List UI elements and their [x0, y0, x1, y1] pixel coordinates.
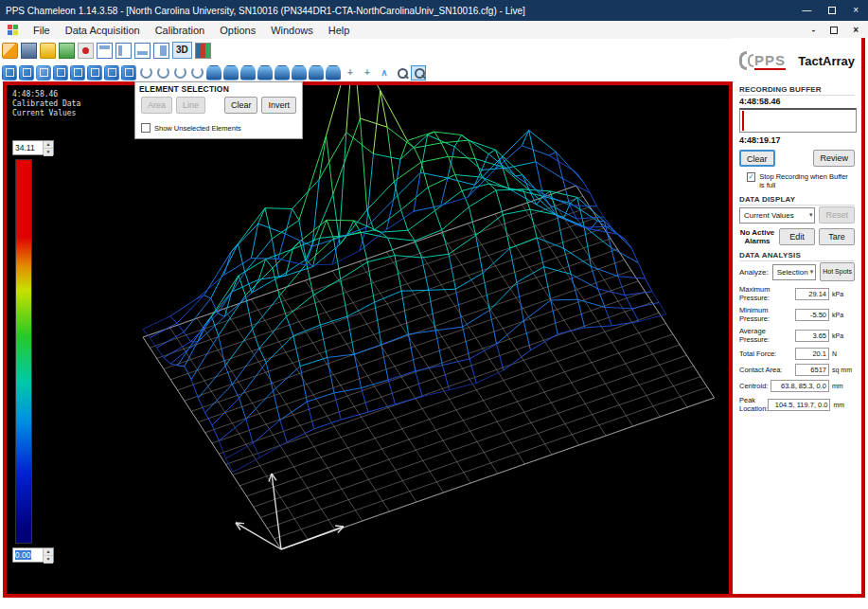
- grid-display-icon[interactable]: [104, 65, 119, 81]
- menu-item-options[interactable]: Options: [212, 23, 263, 38]
- menu-item-data-acquisition[interactable]: Data Acquisition: [58, 23, 148, 38]
- save-icon[interactable]: [21, 43, 37, 59]
- pps-logo: PPS: [739, 51, 786, 70]
- scale-min-spinner[interactable]: 0.00 ▲▼: [12, 547, 54, 563]
- zoom-z-icon[interactable]: [240, 65, 256, 81]
- window-layout-icon[interactable]: [97, 43, 113, 59]
- reset-view-icon[interactable]: [275, 65, 290, 81]
- zoom-in-icon[interactable]: [394, 65, 409, 81]
- 3d-display-icon[interactable]: [70, 65, 85, 81]
- copy-view-icon[interactable]: [2, 65, 17, 81]
- invert-selection-button[interactable]: Invert: [261, 97, 296, 114]
- maximize-button[interactable]: [828, 7, 836, 14]
- move-tool-icon[interactable]: +: [343, 65, 358, 81]
- color-map-icon[interactable]: [87, 65, 102, 81]
- stop-recording-checkbox[interactable]: ✓: [747, 172, 755, 182]
- menu-item-calibration[interactable]: Calibration: [148, 23, 213, 38]
- child-window-controls: - ×: [812, 25, 859, 35]
- child-minimize-button[interactable]: -: [812, 25, 815, 35]
- cascade-windows-icon[interactable]: [153, 43, 169, 59]
- stat-unit: kPa: [832, 332, 855, 339]
- analysis-row: Peak Location:104.5, 119.7, 0.0mm: [739, 396, 855, 413]
- display-mode-select[interactable]: Current Values ▾: [739, 207, 815, 224]
- crosshair-tool-icon[interactable]: +: [360, 65, 375, 81]
- stat-value: 104.5, 119.7, 0.0: [768, 399, 830, 411]
- reset-button[interactable]: Reset: [819, 206, 855, 224]
- minimize-button[interactable]: —: [802, 6, 811, 15]
- orthographic-view-icon[interactable]: [309, 65, 324, 81]
- stat-label: Contact Area:: [739, 366, 795, 374]
- peak-marker-icon[interactable]: ∧: [377, 65, 392, 81]
- line-select-button[interactable]: Line: [176, 97, 205, 114]
- scale-max-spinner[interactable]: 34.11 ▲▼: [12, 140, 54, 155]
- buffer-progress-box: [739, 108, 857, 133]
- tile-vertical-icon[interactable]: [115, 43, 132, 59]
- menu-item-help[interactable]: Help: [321, 23, 358, 38]
- edit-alarms-button[interactable]: Edit: [779, 228, 815, 245]
- perspective-view-icon[interactable]: [292, 65, 307, 81]
- recording-buffer-title: RECORDING BUFFER: [739, 85, 855, 94]
- area-select-button[interactable]: Area: [141, 97, 172, 114]
- close-button[interactable]: ×: [853, 6, 859, 15]
- clear-selection-button[interactable]: Clear: [224, 97, 258, 114]
- zoom-select-icon[interactable]: [411, 65, 426, 81]
- open-file-icon[interactable]: [40, 43, 56, 59]
- lighting-icon[interactable]: [326, 65, 341, 81]
- rotate-right-icon[interactable]: [155, 65, 170, 81]
- rotate-left-icon[interactable]: [138, 65, 153, 81]
- color-scale-bar: [15, 159, 32, 544]
- stat-value: 20.1: [795, 348, 829, 360]
- hot-spots-button[interactable]: Hot Spots: [820, 262, 855, 281]
- menu-items: FileData AcquisitionCalibrationOptionsWi…: [26, 23, 357, 38]
- zoom-x-icon[interactable]: [206, 65, 221, 81]
- chevron-down-icon: ▾: [809, 211, 813, 219]
- logo-arc-icon: [748, 54, 753, 67]
- view-info-text: 4:48:58.46 Calibrated Data Current Value…: [12, 90, 80, 118]
- data-display-title: DATA DISPLAY: [739, 195, 855, 204]
- stat-unit: kPa: [832, 312, 855, 318]
- stat-label: Maximum Pressure:: [739, 285, 795, 302]
- view-data-type: Calibrated Data: [12, 99, 80, 109]
- stat-value: 3.65: [795, 330, 829, 342]
- analysis-row: Maximum Pressure:29.14kPa: [739, 285, 855, 302]
- stat-unit: kPa: [832, 291, 855, 297]
- new-acquisition-icon[interactable]: [2, 43, 18, 59]
- pan-view-icon[interactable]: [257, 65, 273, 81]
- analyze-label: Analyze:: [739, 268, 769, 277]
- chart-view-icon[interactable]: [195, 43, 211, 59]
- main-toolbar: 3D: [2, 39, 211, 62]
- clear-buffer-button[interactable]: Clear: [739, 150, 775, 167]
- analysis-row: Average Pressure:3.65kPa: [739, 327, 855, 344]
- analysis-row: Contact Area:6517sq mm: [739, 364, 855, 376]
- child-restore-button[interactable]: [830, 27, 838, 34]
- child-close-button[interactable]: ×: [853, 25, 859, 35]
- show-unselected-checkbox[interactable]: [141, 123, 151, 133]
- pressure-3d-view[interactable]: 4:48:58.46 Calibrated Data Current Value…: [3, 81, 733, 598]
- export-data-icon[interactable]: [59, 43, 75, 59]
- spinner-arrows[interactable]: ▲▼: [43, 141, 53, 154]
- menu-item-file[interactable]: File: [26, 23, 58, 38]
- element-selection-tool-icon[interactable]: [36, 65, 51, 81]
- record-icon[interactable]: [78, 43, 94, 59]
- menu-item-windows[interactable]: Windows: [263, 23, 321, 38]
- analysis-row: Total Force:20.1N: [739, 348, 855, 360]
- product-name: TactArray: [798, 54, 855, 68]
- values-display-icon[interactable]: [121, 65, 136, 81]
- stop-recording-label: Stop Recording when Buffer is full: [759, 172, 855, 189]
- zoom-y-icon[interactable]: [223, 65, 239, 81]
- stat-label: Minimum Pressure:: [739, 306, 795, 323]
- review-buffer-button[interactable]: Review: [813, 150, 855, 167]
- analysis-row: Centroid:63.8, 85.3, 0.0mm: [739, 380, 855, 392]
- logo-arc-icon: [739, 51, 747, 70]
- stat-value: 63.8, 85.3, 0.0: [771, 380, 829, 392]
- tile-horizontal-icon[interactable]: [134, 43, 151, 59]
- rotate-down-icon[interactable]: [189, 65, 204, 81]
- tare-button[interactable]: Tare: [819, 228, 855, 245]
- spinner-arrows[interactable]: ▲▼: [43, 548, 53, 562]
- rotate-up-icon[interactable]: [172, 65, 187, 81]
- save-view-icon[interactable]: [19, 65, 34, 81]
- 3d-view-toggle[interactable]: 3D: [172, 42, 192, 59]
- analyze-select[interactable]: Selection ▾: [772, 264, 817, 280]
- popup-title: ELEMENT SELECTION: [135, 82, 302, 95]
- 2d-display-icon[interactable]: [53, 65, 68, 81]
